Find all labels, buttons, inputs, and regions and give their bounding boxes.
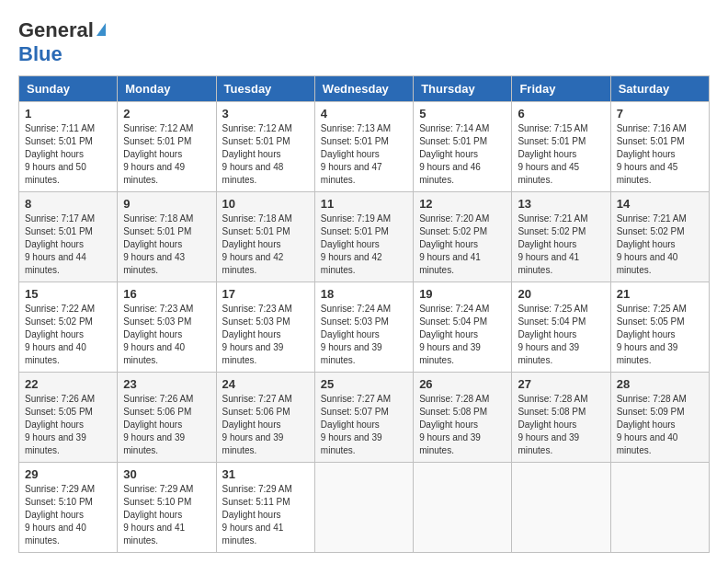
day-info: Sunrise: 7:28 AMSunset: 5:09 PMDaylight … [617,393,703,457]
day-number: 5 [419,107,506,121]
calendar-cell: 29 Sunrise: 7:29 AMSunset: 5:10 PMDaylig… [19,463,118,553]
day-info: Sunrise: 7:15 AMSunset: 5:01 PMDaylight … [518,122,604,187]
calendar-cell: 17 Sunrise: 7:23 AMSunset: 5:03 PMDaylig… [216,282,314,373]
calendar-cell [512,463,610,553]
calendar-cell: 9 Sunrise: 7:18 AMSunset: 5:01 PMDayligh… [118,192,216,282]
calendar-cell: 19 Sunrise: 7:24 AMSunset: 5:04 PMDaylig… [414,282,512,373]
day-number: 27 [518,377,604,391]
day-info: Sunrise: 7:24 AMSunset: 5:03 PMDaylight … [321,303,407,367]
weekday-header-tuesday: Tuesday [216,76,314,102]
day-info: Sunrise: 7:21 AMSunset: 5:02 PMDaylight … [518,213,604,277]
day-info: Sunrise: 7:18 AMSunset: 5:01 PMDaylight … [123,213,210,277]
day-info: Sunrise: 7:12 AMSunset: 5:01 PMDaylight … [222,122,309,187]
calendar-cell: 5 Sunrise: 7:14 AMSunset: 5:01 PMDayligh… [414,102,512,192]
day-info: Sunrise: 7:28 AMSunset: 5:08 PMDaylight … [419,393,506,457]
logo-general: General [18,18,94,42]
calendar-cell: 6 Sunrise: 7:15 AMSunset: 5:01 PMDayligh… [512,102,610,192]
day-number: 19 [419,287,506,301]
day-number: 7 [617,107,703,121]
day-info: Sunrise: 7:13 AMSunset: 5:01 PMDaylight … [321,122,407,187]
calendar-cell [610,463,709,553]
day-number: 2 [123,107,210,121]
day-number: 24 [222,377,309,391]
day-info: Sunrise: 7:25 AMSunset: 5:04 PMDaylight … [518,303,604,367]
weekday-header-sunday: Sunday [19,76,118,102]
calendar-cell: 21 Sunrise: 7:25 AMSunset: 5:05 PMDaylig… [610,282,709,373]
day-info: Sunrise: 7:27 AMSunset: 5:06 PMDaylight … [222,393,309,457]
calendar-cell: 26 Sunrise: 7:28 AMSunset: 5:08 PMDaylig… [414,373,512,463]
day-number: 15 [25,287,111,301]
day-info: Sunrise: 7:11 AMSunset: 5:01 PMDaylight … [25,122,111,187]
day-number: 29 [25,467,111,481]
weekday-header-thursday: Thursday [414,76,512,102]
day-number: 21 [617,287,703,301]
day-info: Sunrise: 7:23 AMSunset: 5:03 PMDaylight … [123,303,210,367]
calendar-cell: 15 Sunrise: 7:22 AMSunset: 5:02 PMDaylig… [19,282,118,373]
day-info: Sunrise: 7:18 AMSunset: 5:01 PMDaylight … [222,213,309,277]
day-info: Sunrise: 7:27 AMSunset: 5:07 PMDaylight … [321,393,407,457]
day-info: Sunrise: 7:14 AMSunset: 5:01 PMDaylight … [419,122,506,187]
day-number: 16 [123,287,210,301]
calendar-week-4: 22 Sunrise: 7:26 AMSunset: 5:05 PMDaylig… [19,373,710,463]
calendar-cell: 4 Sunrise: 7:13 AMSunset: 5:01 PMDayligh… [314,102,413,192]
calendar-cell: 16 Sunrise: 7:23 AMSunset: 5:03 PMDaylig… [118,282,216,373]
day-info: Sunrise: 7:29 AMSunset: 5:10 PMDaylight … [25,483,111,547]
day-info: Sunrise: 7:28 AMSunset: 5:08 PMDaylight … [518,393,604,457]
calendar-cell [314,463,413,553]
calendar-cell [414,463,512,553]
day-number: 11 [321,197,407,211]
day-info: Sunrise: 7:23 AMSunset: 5:03 PMDaylight … [222,303,309,367]
calendar-cell: 23 Sunrise: 7:26 AMSunset: 5:06 PMDaylig… [118,373,216,463]
day-number: 17 [222,287,309,301]
day-number: 18 [321,287,407,301]
day-number: 25 [321,377,407,391]
day-number: 9 [123,197,210,211]
calendar-cell: 28 Sunrise: 7:28 AMSunset: 5:09 PMDaylig… [610,373,709,463]
day-number: 10 [222,197,309,211]
day-number: 12 [419,197,506,211]
calendar-cell: 24 Sunrise: 7:27 AMSunset: 5:06 PMDaylig… [216,373,314,463]
calendar-cell: 10 Sunrise: 7:18 AMSunset: 5:01 PMDaylig… [216,192,314,282]
day-info: Sunrise: 7:17 AMSunset: 5:01 PMDaylight … [25,213,111,277]
calendar-header-row: SundayMondayTuesdayWednesdayThursdayFrid… [19,76,710,102]
calendar-cell: 30 Sunrise: 7:29 AMSunset: 5:10 PMDaylig… [118,463,216,553]
calendar-cell: 22 Sunrise: 7:26 AMSunset: 5:05 PMDaylig… [19,373,118,463]
day-number: 3 [222,107,309,121]
calendar-cell: 8 Sunrise: 7:17 AMSunset: 5:01 PMDayligh… [19,192,118,282]
day-number: 1 [25,107,111,121]
calendar-body: 1 Sunrise: 7:11 AMSunset: 5:01 PMDayligh… [19,102,710,553]
day-number: 26 [419,377,506,391]
day-number: 14 [617,197,703,211]
day-number: 31 [222,467,309,481]
logo: General Blue [18,18,106,66]
day-number: 28 [617,377,703,391]
calendar-cell: 14 Sunrise: 7:21 AMSunset: 5:02 PMDaylig… [610,192,709,282]
logo-blue: Blue [18,42,63,65]
calendar-cell: 12 Sunrise: 7:20 AMSunset: 5:02 PMDaylig… [414,192,512,282]
calendar-week-5: 29 Sunrise: 7:29 AMSunset: 5:10 PMDaylig… [19,463,710,553]
calendar-cell: 20 Sunrise: 7:25 AMSunset: 5:04 PMDaylig… [512,282,610,373]
day-info: Sunrise: 7:25 AMSunset: 5:05 PMDaylight … [617,303,703,367]
day-number: 8 [25,197,111,211]
weekday-header-wednesday: Wednesday [314,76,413,102]
day-number: 4 [321,107,407,121]
calendar-cell: 13 Sunrise: 7:21 AMSunset: 5:02 PMDaylig… [512,192,610,282]
calendar-cell: 18 Sunrise: 7:24 AMSunset: 5:03 PMDaylig… [314,282,413,373]
day-number: 23 [123,377,210,391]
calendar-cell: 7 Sunrise: 7:16 AMSunset: 5:01 PMDayligh… [610,102,709,192]
day-info: Sunrise: 7:12 AMSunset: 5:01 PMDaylight … [123,122,210,187]
calendar-cell: 11 Sunrise: 7:19 AMSunset: 5:01 PMDaylig… [314,192,413,282]
calendar-cell: 2 Sunrise: 7:12 AMSunset: 5:01 PMDayligh… [118,102,216,192]
calendar-cell: 31 Sunrise: 7:29 AMSunset: 5:11 PMDaylig… [216,463,314,553]
day-number: 13 [518,197,604,211]
header: General Blue [18,18,710,66]
day-number: 22 [25,377,111,391]
calendar-week-3: 15 Sunrise: 7:22 AMSunset: 5:02 PMDaylig… [19,282,710,373]
calendar-cell: 3 Sunrise: 7:12 AMSunset: 5:01 PMDayligh… [216,102,314,192]
calendar-table: SundayMondayTuesdayWednesdayThursdayFrid… [18,75,710,553]
day-info: Sunrise: 7:19 AMSunset: 5:01 PMDaylight … [321,213,407,277]
weekday-header-friday: Friday [512,76,610,102]
calendar-cell: 27 Sunrise: 7:28 AMSunset: 5:08 PMDaylig… [512,373,610,463]
day-info: Sunrise: 7:22 AMSunset: 5:02 PMDaylight … [25,303,111,367]
day-info: Sunrise: 7:21 AMSunset: 5:02 PMDaylight … [617,213,703,277]
